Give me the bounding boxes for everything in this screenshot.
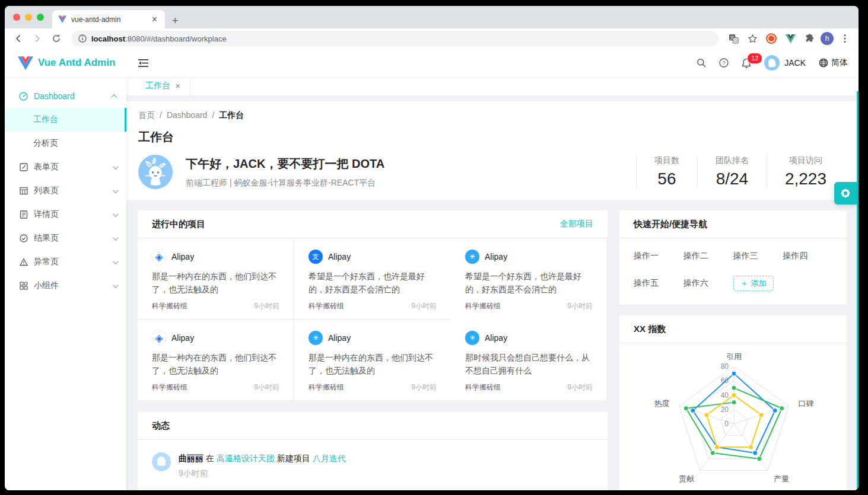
project-name-link[interactable]: Alipay [328, 252, 351, 261]
project-group-link[interactable]: 科学搬砖组 [309, 382, 344, 392]
user-name: JACK [784, 58, 806, 68]
breadcrumb-item[interactable]: 工作台 / [219, 110, 244, 121]
activity-user[interactable]: 曲丽丽 [179, 454, 204, 463]
project-card[interactable]: ✳ Alipay 那是一种内在的东西，他们到达不了，也无法触及的 科学搬砖组 9… [294, 320, 451, 400]
activity-item: 曲丽丽 在 高逼格设计天团 新建项目 八月迭代 9小时前 [138, 443, 608, 488]
sidebar-item-widgets[interactable]: 小组件 [5, 274, 126, 298]
sidebar-item-label: 小组件 [34, 280, 107, 291]
svg-text:引用: 引用 [726, 352, 742, 361]
quicknav-card-title: 快速开始/便捷导航 [634, 219, 707, 230]
url-host: localhost [91, 34, 125, 43]
sidebar-item-workplace[interactable]: 工作台 [5, 108, 126, 132]
project-group-link[interactable]: 科学搬砖组 [465, 301, 501, 311]
project-card[interactable]: 支 Alipay 希望是一个好东西，也许是最好的，好东西是不会消亡的 科学搬砖组… [294, 238, 451, 320]
chevron-down-icon [113, 187, 119, 193]
forward-icon[interactable] [30, 31, 45, 46]
settings-gear-button[interactable] [834, 182, 857, 205]
activity-time: 9小时前 [179, 468, 346, 479]
vue-devtools-icon[interactable] [783, 31, 798, 46]
tab-close-icon[interactable]: ✕ [149, 14, 160, 24]
sidebar-item-analysis[interactable]: 分析页 [5, 132, 126, 155]
address-bar[interactable]: localhost:8080/#/dashboard/workplace [71, 31, 718, 46]
browser-tab[interactable]: vue-antd-admin ✕ [52, 10, 165, 28]
reload-icon[interactable] [49, 31, 64, 46]
extensions-puzzle-icon[interactable] [802, 31, 817, 46]
url-text[interactable]: localhost:8080/#/dashboard/workplace [91, 34, 227, 43]
tab-workplace[interactable]: 工作台 ✕ [136, 76, 190, 95]
translate-icon[interactable]: 文G [726, 31, 741, 46]
form-icon [19, 163, 28, 171]
language-switcher[interactable]: 简体 [819, 58, 848, 68]
stat-value: 56 [654, 170, 679, 189]
breadcrumb-item[interactable]: Dashboard / [167, 110, 214, 121]
extension-orange-icon[interactable] [764, 31, 779, 46]
notifications-bell-icon[interactable]: 12 [742, 58, 751, 68]
sidebar-item-dashboard[interactable]: Dashboard [5, 84, 126, 108]
sidebar-item-details[interactable]: 详情页 [5, 203, 126, 226]
project-time: 9小时前 [567, 382, 593, 392]
project-logo-icon: ✳ [309, 331, 323, 345]
back-icon[interactable] [11, 31, 26, 46]
project-card[interactable]: ✳ Alipay 那时候我只会想自己想要什么，从不想自己拥有什么 科学搬砖组 9… [451, 320, 608, 400]
quicknav-link[interactable]: 操作五 [634, 278, 683, 289]
project-card[interactable]: ◈ Alipay 那是一种内在的东西，他们到达不了，也无法触及的 科学搬砖组 9… [138, 238, 294, 320]
notification-badge: 12 [747, 53, 762, 64]
project-name-link[interactable]: Alipay [485, 333, 507, 343]
svg-text:产量: 产量 [774, 474, 789, 483]
bookmark-star-icon[interactable] [745, 31, 760, 46]
user-avatar [764, 55, 780, 71]
browser-menu-icon[interactable] [837, 31, 853, 46]
project-group-link[interactable]: 科学搬砖组 [309, 301, 344, 311]
project-card[interactable]: ✳ Alipay 希望是一个好东西，也许是最好的，好东西是不会消亡的 科学搬砖组… [451, 238, 608, 320]
project-card[interactable]: ◈ Alipay 那是一种内在的东西，他们到达不了，也无法触及的 科学搬砖组 9… [138, 320, 294, 400]
activity-group-link[interactable]: 高逼格设计天团 [217, 454, 275, 463]
project-group-link[interactable]: 科学搬砖组 [465, 382, 501, 392]
project-name-link[interactable]: Alipay [171, 333, 194, 343]
header-actions: ? 12 JACK 简体 [697, 55, 859, 71]
app-logo[interactable]: Vue Antd Admin [5, 56, 126, 70]
quicknav-link[interactable]: 操作三 [733, 251, 783, 261]
app-logo-text: Vue Antd Admin [38, 57, 115, 69]
quicknav-link[interactable]: 操作二 [683, 251, 733, 261]
project-group-link[interactable]: 科学搬砖组 [152, 301, 187, 311]
plus-icon: ＋ [740, 278, 748, 289]
project-name-link[interactable]: Alipay [485, 252, 507, 261]
activities-list: 曲丽丽 在 高逼格设计天团 新建项目 八月迭代 9小时前 [138, 440, 608, 490]
warning-icon [19, 258, 28, 266]
activity-target-link[interactable]: 八月迭代 [313, 454, 346, 463]
tab-close-icon[interactable]: ✕ [175, 82, 180, 90]
add-button[interactable]: ＋ 添加 [733, 276, 774, 291]
vue-logo-icon [18, 56, 33, 70]
all-projects-link[interactable]: 全部项目 [560, 219, 593, 229]
sidebar-item-forms[interactable]: 表单页 [5, 155, 126, 179]
project-group-link[interactable]: 科学搬砖组 [152, 382, 187, 392]
page-info-icon[interactable] [78, 34, 87, 43]
project-name-link[interactable]: Alipay [171, 252, 194, 261]
sidebar-item-label: 异常页 [34, 257, 107, 267]
browser-profile-avatar[interactable]: h [821, 32, 834, 45]
new-tab-button[interactable]: + [165, 15, 186, 28]
quicknav-link[interactable]: 操作六 [683, 278, 733, 289]
stat-label: 项目访问 [785, 155, 826, 166]
stat-item: 项目访问 2,223 [767, 155, 844, 189]
sidebar-item-lists[interactable]: 列表页 [5, 179, 126, 203]
sidebar-item-results[interactable]: 结果页 [5, 226, 126, 250]
project-name-link[interactable]: Alipay [328, 333, 351, 343]
close-window-button[interactable] [13, 14, 20, 21]
project-description: 那是一种内在的东西，他们到达不了，也无法触及的 [309, 351, 437, 377]
quicknav-link[interactable]: 操作一 [634, 251, 683, 261]
page-content: 进行中的项目 全部项目 ◈ Alipay [126, 200, 859, 490]
chevron-down-icon [113, 235, 119, 241]
help-icon[interactable]: ? [719, 58, 729, 68]
search-icon[interactable] [697, 58, 706, 68]
window-controls[interactable] [5, 6, 52, 28]
breadcrumb-item[interactable]: 首页 / [138, 110, 162, 121]
svg-text:贡献: 贡献 [679, 474, 694, 483]
welcome-avatar [138, 155, 173, 189]
menu-fold-icon[interactable] [138, 59, 148, 68]
sidebar-item-exception[interactable]: 异常页 [5, 250, 126, 274]
maximize-window-button[interactable] [37, 14, 44, 21]
user-menu[interactable]: JACK [764, 55, 806, 71]
quicknav-link[interactable]: 操作四 [783, 251, 832, 261]
minimize-window-button[interactable] [25, 14, 32, 21]
